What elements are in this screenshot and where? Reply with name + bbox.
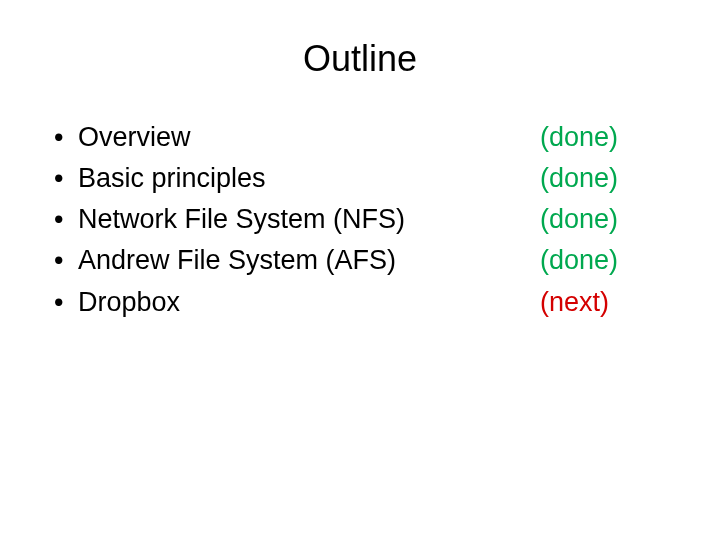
status-badge: (done) — [540, 200, 670, 239]
status-badge: (done) — [540, 159, 670, 198]
item-label: Dropbox — [78, 283, 540, 322]
list-item: • Basic principles (done) — [50, 159, 670, 198]
list-item: • Andrew File System (AFS) (done) — [50, 241, 670, 280]
slide-title: Outline — [50, 38, 670, 80]
slide: Outline • Overview (done) • Basic princi… — [0, 0, 720, 540]
list-item: • Network File System (NFS) (done) — [50, 200, 670, 239]
status-badge: (next) — [540, 283, 670, 322]
bullet-icon: • — [50, 241, 78, 280]
item-label: Basic principles — [78, 159, 540, 198]
bullet-icon: • — [50, 283, 78, 322]
bullet-icon: • — [50, 118, 78, 157]
outline-list: • Overview (done) • Basic principles (do… — [50, 118, 670, 322]
bullet-icon: • — [50, 200, 78, 239]
item-label: Andrew File System (AFS) — [78, 241, 540, 280]
status-badge: (done) — [540, 118, 670, 157]
list-item: • Overview (done) — [50, 118, 670, 157]
list-item: • Dropbox (next) — [50, 283, 670, 322]
item-label: Overview — [78, 118, 540, 157]
status-badge: (done) — [540, 241, 670, 280]
bullet-icon: • — [50, 159, 78, 198]
item-label: Network File System (NFS) — [78, 200, 540, 239]
